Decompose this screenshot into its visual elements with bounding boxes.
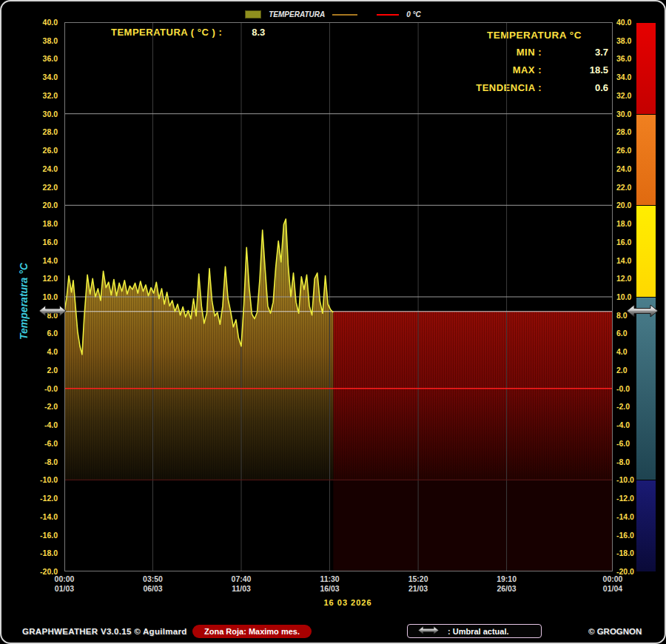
colorbar-segment bbox=[636, 22, 656, 114]
y-axis-tick-label: 6.0 bbox=[24, 329, 58, 338]
x-axis-time-label: 07:40 bbox=[232, 574, 252, 583]
umbral-threshold-arrow-left[interactable] bbox=[38, 303, 67, 321]
credit-text: © GROGNON bbox=[588, 627, 642, 636]
y-axis-tick-label: -20.0 bbox=[24, 567, 58, 576]
temperature-plot-area bbox=[64, 22, 613, 571]
x-axis-date-label: 01/03 bbox=[55, 584, 74, 593]
colorbar-segment bbox=[636, 205, 656, 297]
legend-temperatura-label: TEMPERATURA bbox=[269, 10, 325, 19]
y-axis-tick-label: -12.0 bbox=[24, 494, 58, 503]
y-axis-tick-label: -4.0 bbox=[24, 420, 58, 429]
y-axis-tick-label: 26.0 bbox=[24, 146, 58, 155]
x-axis-time-label: 00:00 bbox=[603, 574, 623, 583]
y-axis-tick-label: 36.0 bbox=[24, 54, 58, 63]
y-axis-tick-label: 2.0 bbox=[24, 366, 58, 375]
y-axis-tick-label: 10.0 bbox=[24, 292, 58, 301]
umbral-arrow-icon bbox=[414, 625, 443, 638]
y-axis-tick-label: 28.0 bbox=[24, 127, 58, 136]
y-axis-tick-label: -14.0 bbox=[24, 512, 58, 521]
app-version-text: GRAPHWEATHER V3.0.15 © Aguilmard bbox=[22, 627, 187, 636]
x-axis-date-label: 16/03 bbox=[320, 584, 339, 593]
temperatura-series-swatch bbox=[245, 10, 261, 19]
y-axis-tick-label: 22.0 bbox=[24, 183, 58, 192]
y-axis-tick-label: 32.0 bbox=[24, 91, 58, 100]
y-axis-tick-label: 38.0 bbox=[24, 36, 58, 45]
y-axis-tick-label: -0.0 bbox=[24, 384, 58, 393]
y-axis-tick-label: -10.0 bbox=[24, 475, 58, 484]
double-arrow-icon bbox=[414, 625, 443, 635]
legend-zero-label: 0 °C bbox=[406, 10, 421, 19]
y-axis-tick-label: -6.0 bbox=[24, 439, 58, 448]
y-axis-tick-label: 12.0 bbox=[24, 274, 58, 283]
umbral-legend-box: : Umbral actual. bbox=[407, 624, 542, 638]
x-axis-time-label: 19:10 bbox=[497, 574, 517, 583]
colorbar-segment bbox=[636, 114, 656, 206]
x-axis-date-label: 11/03 bbox=[232, 584, 251, 593]
y-axis-tick-label: -16.0 bbox=[24, 531, 58, 540]
umbral-legend-label: : Umbral actual. bbox=[448, 627, 509, 636]
y-axis-tick-label: 18.0 bbox=[24, 219, 58, 228]
colorbar-segment bbox=[636, 480, 656, 571]
y-axis-tick-label: 14.0 bbox=[24, 256, 58, 265]
x-axis-date-label: 26/03 bbox=[497, 584, 516, 593]
y-axis-tick-label: 4.0 bbox=[24, 347, 58, 356]
y-axis-tick-label: 30.0 bbox=[24, 110, 58, 118]
current-date-label: 16 03 2026 bbox=[323, 598, 371, 607]
y-axis-tick-label: -2.0 bbox=[24, 402, 58, 411]
x-axis-date-label: 06/03 bbox=[143, 584, 162, 593]
double-arrow-icon bbox=[38, 303, 67, 318]
x-axis-time-label: 00:00 bbox=[55, 574, 75, 583]
x-axis-time-label: 11:30 bbox=[320, 574, 339, 583]
x-axis-date-label: 21/03 bbox=[408, 584, 428, 593]
temperature-chart-svg bbox=[64, 22, 613, 571]
y-axis-tick-label: 24.0 bbox=[24, 164, 58, 173]
colorbar-segment bbox=[636, 297, 656, 480]
x-axis-date-label: 01/04 bbox=[603, 584, 622, 593]
y-axis-tick-label: 40.0 bbox=[24, 18, 58, 27]
y-axis-tick-label: 34.0 bbox=[24, 73, 58, 81]
red-zone-badge: Zona Roja: Maximo mes. bbox=[192, 625, 312, 638]
temperatura-line-sample bbox=[332, 14, 357, 16]
zero-line-sample bbox=[377, 14, 399, 16]
y-axis-tick-label: -18.0 bbox=[24, 549, 58, 557]
x-axis-time-label: 15:20 bbox=[408, 574, 428, 583]
x-axis-time-label: 03:50 bbox=[143, 574, 163, 583]
graphweather-window: TEMPERATURA 0 °C TEMPERATURA ( °C ) :8.3… bbox=[0, 0, 666, 644]
y-axis-tick-label: -8.0 bbox=[24, 457, 58, 466]
legend: TEMPERATURA 0 °C bbox=[1, 10, 665, 19]
y-axis-tick-label: 16.0 bbox=[24, 238, 58, 246]
umbral-threshold-arrow-right[interactable] bbox=[626, 303, 659, 321]
double-arrow-icon bbox=[626, 303, 659, 318]
y-axis-tick-label: 20.0 bbox=[24, 201, 58, 209]
